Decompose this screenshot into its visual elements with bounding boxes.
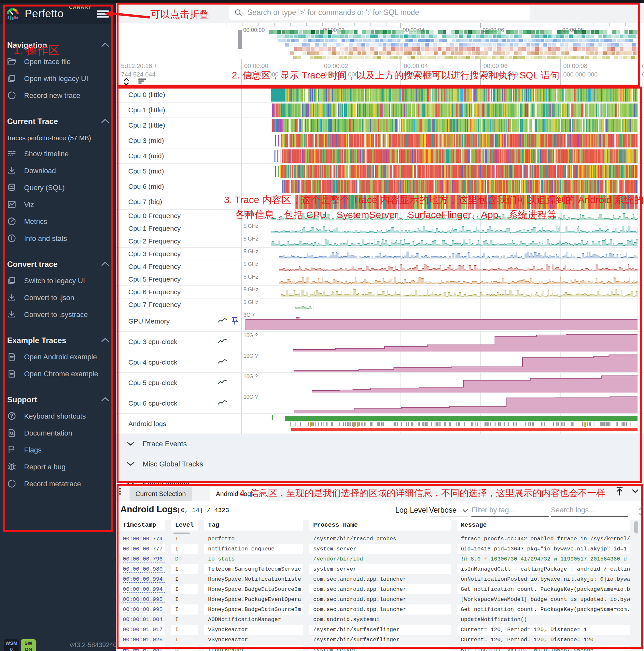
track-canvas[interactable]	[241, 222, 638, 235]
track-row-cpu-0-little-[interactable]: Cpu 0 (little)	[116, 87, 644, 102]
sidebar-item-convert-to-json[interactable]: Convert to .json	[7, 293, 110, 303]
track-canvas[interactable]	[241, 286, 638, 299]
track-row-cpu-2-frequency[interactable]: Cpu 2 Frequency5 GHz	[116, 235, 644, 248]
viewport-brush-handle[interactable]	[238, 30, 242, 49]
sidebar-item-show-timeline[interactable]: Show timeline	[7, 149, 110, 159]
close-tab-icon[interactable]: ×	[259, 490, 263, 497]
track-row-cpu-1-frequency[interactable]: Cpu 1 Frequency5 GHz	[116, 222, 644, 235]
chevron-up-icon[interactable]	[101, 42, 110, 49]
track-group-ftrace-events[interactable]: Ftrace Events	[116, 434, 644, 454]
track-canvas[interactable]	[241, 102, 638, 118]
log-timestamp-link[interactable]: 00:00:00.980 28	[119, 564, 165, 574]
overview-minimap[interactable]	[269, 30, 638, 61]
track-canvas[interactable]	[241, 332, 638, 352]
track-canvas[interactable]	[241, 273, 638, 286]
track-group-misc-global-tracks[interactable]: Misc Global Tracks	[116, 454, 644, 474]
search-input[interactable]	[247, 8, 530, 17]
sidebar-item-flags[interactable]: Flags	[7, 445, 110, 455]
log-timestamp-link[interactable]: 00:00:00.796 14	[119, 554, 165, 564]
track-row-cpu-7-frequency[interactable]: Cpu 7 Frequency5 GHz	[116, 299, 644, 311]
chevron-up-icon[interactable]	[101, 118, 110, 125]
log-timestamp-link[interactable]: 00:00:00.994 48	[119, 574, 165, 584]
sidebar-item-convert-to-systrace[interactable]: Convert to .systrace	[7, 310, 110, 320]
sidebar-item-info-and-stats[interactable]: Info and stats	[7, 234, 110, 244]
track-canvas[interactable]	[241, 179, 638, 194]
filter-by-tag-input[interactable]: Filter by tag...	[471, 506, 549, 517]
log-timestamp-link[interactable]: 00:00:01.025 31	[119, 635, 165, 645]
log-timestamp-link[interactable]: 00:00:00.774 87	[119, 534, 165, 544]
section-header[interactable]: Convert trace	[7, 260, 110, 269]
column-header-message[interactable]: Message	[457, 520, 630, 531]
track-canvas[interactable]	[241, 235, 638, 248]
track-canvas[interactable]	[241, 260, 638, 273]
track-canvas[interactable]	[241, 393, 638, 414]
log-table-scrollbar[interactable]	[634, 520, 638, 651]
chevron-up-icon[interactable]	[101, 397, 110, 403]
column-header-timestamp[interactable]: Timestamp	[119, 520, 165, 531]
track-canvas[interactable]	[241, 148, 638, 164]
track-canvas[interactable]	[241, 194, 638, 210]
track-row-gpu-memory[interactable]: GPU Memory3G 7	[116, 311, 644, 332]
search-logs-input[interactable]: Search logs...	[551, 506, 628, 517]
track-row-cpu-5-mid-[interactable]: Cpu 5 (mid)	[116, 164, 644, 179]
tab-current-selection[interactable]: Current Selection	[130, 487, 192, 501]
log-timestamp-link[interactable]: 00:00:01.087 79	[119, 645, 165, 651]
section-header[interactable]: Current Trace	[7, 117, 110, 126]
track-row-cpu-1-little-[interactable]: Cpu 1 (little)	[116, 102, 644, 118]
sidebar-item-report-a-bug[interactable]: Report a bug	[7, 462, 110, 472]
sidebar-item-open-android-example[interactable]: Open Android example	[7, 352, 110, 362]
log-timestamp-link[interactable]: 00:00:00.777 34	[119, 544, 165, 554]
sidebar-item-open-chrome-example[interactable]: Open Chrome example	[7, 369, 110, 379]
track-row-cpu-4-mid-[interactable]: Cpu 4 (mid)	[116, 148, 644, 164]
clear-filter-icon[interactable]: ××	[638, 507, 641, 516]
track-group-kernel-threads[interactable]: Kernel threads	[116, 474, 644, 484]
trend-icon[interactable]	[217, 338, 227, 346]
track-canvas[interactable]	[241, 87, 638, 102]
sidebar-item-viz[interactable]: Viz	[7, 200, 110, 210]
track-row-cpu-3-frequency[interactable]: Cpu 3 Frequency5 GHz	[116, 248, 644, 260]
track-canvas[interactable]	[241, 133, 638, 148]
expand-collapse-icon[interactable]	[123, 78, 130, 86]
track-row-cpu-2-little-[interactable]: Cpu 2 (little)	[116, 118, 644, 133]
track-row-cpu-5-cpu-clock[interactable]: Cpu 5 cpu-clock10G ?	[116, 373, 644, 393]
track-sort-icon[interactable]	[138, 78, 147, 85]
column-header-tag[interactable]: Tag	[204, 520, 303, 531]
column-header-process-name[interactable]: Process name	[309, 520, 451, 531]
sidebar-item-open-with-legacy-ui[interactable]: Open with legacy UI	[7, 74, 110, 84]
track-row-cpu-0-frequency[interactable]: Cpu 0 Frequency5 GHz	[116, 210, 644, 222]
chevron-up-icon[interactable]	[101, 337, 110, 344]
track-canvas[interactable]	[241, 311, 638, 332]
collapse-panel-icon[interactable]	[631, 486, 639, 496]
trend-icon[interactable]	[217, 317, 227, 325]
column-header-level[interactable]: Level	[171, 520, 198, 531]
track-canvas[interactable]	[241, 248, 638, 260]
sidebar-item-record-new-trace[interactable]: Record new trace	[7, 91, 110, 100]
track-canvas[interactable]	[241, 373, 638, 393]
section-header[interactable]: Example Traces	[7, 336, 110, 345]
tab-android-logs[interactable]: Android Logs×	[210, 487, 268, 501]
track-row-cpu-6-cpu-clock[interactable]: Cpu 6 cpu-clock10G ?	[116, 393, 644, 414]
trace-content-area[interactable]: Cpu 0 (little)Cpu 1 (little)Cpu 2 (littl…	[116, 87, 644, 484]
track-row-cpu-6-frequency[interactable]: Cpu 6 Frequency5 GHz	[116, 286, 644, 299]
pin-icon[interactable]	[231, 316, 238, 327]
trend-icon[interactable]	[217, 399, 227, 407]
track-canvas[interactable]	[241, 299, 638, 311]
track-row-cpu-3-mid-[interactable]: Cpu 3 (mid)	[116, 133, 644, 148]
log-timestamp-link[interactable]: 00:00:01.004 92	[119, 615, 165, 625]
sidebar-item-switch-to-legacy-ui[interactable]: Switch to legacy UI	[7, 276, 110, 286]
section-header[interactable]: Navigation	[7, 41, 110, 50]
trend-icon[interactable]	[217, 379, 227, 387]
track-row-cpu-7-big-[interactable]: Cpu 7 (big)	[116, 194, 644, 210]
sidebar-item-documentation[interactable]: Documentation	[7, 428, 110, 438]
log-timestamp-link[interactable]: 00:00:00.995 21	[119, 604, 165, 615]
log-timestamp-link[interactable]: 00:00:00.994 64	[119, 584, 165, 594]
sidebar-item-query-sql-[interactable]: Query (SQL)	[7, 183, 110, 193]
track-canvas[interactable]	[241, 352, 638, 373]
trend-icon[interactable]	[217, 359, 227, 366]
track-row-cpu-4-frequency[interactable]: Cpu 4 Frequency5 GHz	[116, 260, 644, 273]
dock-to-top-icon[interactable]	[615, 486, 624, 496]
sidebar-item-open-trace-file[interactable]: Open trace file	[7, 57, 110, 67]
sidebar-item-metrics[interactable]: Metrics	[7, 217, 110, 226]
omnibox[interactable]	[229, 5, 530, 20]
track-row-cpu-3-cpu-clock[interactable]: Cpu 3 cpu-clock10G ?	[116, 332, 644, 352]
